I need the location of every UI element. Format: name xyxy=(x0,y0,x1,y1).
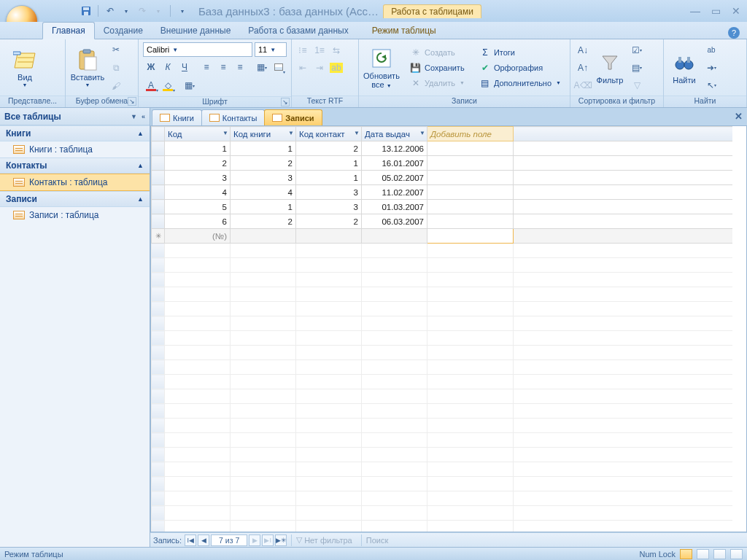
cell[interactable]: 06.03.2007 xyxy=(362,214,427,229)
cell[interactable] xyxy=(427,141,514,156)
dialog-launcher-icon[interactable]: ↘ xyxy=(128,97,136,106)
prev-record-button[interactable]: ◀ xyxy=(198,534,209,546)
help-icon[interactable]: ? xyxy=(728,27,740,39)
totals-button[interactable]: ΣИтоги xyxy=(475,45,565,60)
next-record-button[interactable]: ▶ xyxy=(249,534,260,546)
record-search[interactable]: Поиск xyxy=(361,534,449,546)
save-record-button[interactable]: 💾Сохранить xyxy=(406,61,469,75)
cell[interactable] xyxy=(362,229,427,244)
record-position[interactable]: 7 из 7 xyxy=(211,534,247,546)
tab-database-tools[interactable]: Работа с базами данных xyxy=(239,23,357,39)
cell[interactable]: 13.12.2006 xyxy=(362,141,427,156)
cell[interactable]: 16.01.2007 xyxy=(362,156,427,171)
font-name-combo[interactable]: Calibri▼ xyxy=(143,42,252,57)
chevron-down-icon[interactable]: ▼ xyxy=(354,130,360,136)
nav-item[interactable]: Записи : таблица xyxy=(0,207,150,223)
first-record-button[interactable]: I◀ xyxy=(185,534,196,546)
paste-button[interactable]: Вставить ▼ xyxy=(70,42,105,93)
cell[interactable]: 4 xyxy=(231,185,296,200)
fill-color-button[interactable]: ◇▾ xyxy=(160,77,176,93)
cell[interactable]: 11.02.2007 xyxy=(362,185,427,200)
datasheet-view-icon[interactable] xyxy=(680,549,692,559)
save-icon[interactable] xyxy=(80,5,92,17)
align-left-button[interactable]: ≡ xyxy=(198,59,214,75)
chevron-down-icon[interactable]: ▼ xyxy=(419,130,425,136)
nav-item[interactable]: Контакты : таблица xyxy=(0,174,150,191)
nav-category[interactable]: Книги▲ xyxy=(0,125,150,141)
row-selector[interactable] xyxy=(152,200,165,214)
cell[interactable] xyxy=(514,141,732,156)
column-header[interactable]: Код▼ xyxy=(165,127,231,141)
cell[interactable]: 2 xyxy=(296,214,362,229)
document-tab[interactable]: Книги xyxy=(152,109,202,125)
minimize-icon[interactable]: ― xyxy=(689,5,702,17)
select-all-corner[interactable] xyxy=(152,127,165,141)
cell[interactable]: 3 xyxy=(165,171,231,185)
cell[interactable] xyxy=(514,171,732,185)
sort-asc-icon[interactable]: A↓ xyxy=(575,42,591,58)
redo-dropdown-icon[interactable]: ▼ xyxy=(152,5,164,17)
active-cell[interactable] xyxy=(427,229,514,244)
cell[interactable]: 3 xyxy=(296,200,362,214)
align-center-button[interactable]: ≡ xyxy=(215,59,231,75)
chevron-down-icon[interactable]: ▼ xyxy=(131,113,137,120)
cell[interactable] xyxy=(427,156,514,171)
view-button[interactable]: Вид ▼ xyxy=(4,42,45,93)
cell[interactable]: 1 xyxy=(165,141,231,156)
column-header[interactable]: Дата выдач▼ xyxy=(362,127,427,141)
column-header[interactable]: Код контакт▼ xyxy=(296,127,362,141)
bold-button[interactable]: Ж xyxy=(143,59,159,75)
maximize-icon[interactable]: ▭ xyxy=(709,5,722,17)
align-right-button[interactable]: ≡ xyxy=(232,59,248,75)
cell[interactable]: 05.02.2007 xyxy=(362,171,427,185)
row-selector[interactable] xyxy=(152,141,165,156)
no-filter-indicator[interactable]: ▽Нет фильтра xyxy=(291,534,357,546)
sort-desc-icon[interactable]: A↑ xyxy=(575,60,591,76)
cell[interactable] xyxy=(514,156,732,171)
design-view-icon[interactable] xyxy=(730,549,743,559)
cell[interactable]: 2 xyxy=(165,156,231,171)
tab-create[interactable]: Создание xyxy=(95,23,152,39)
cell[interactable] xyxy=(296,229,362,244)
cell[interactable]: 6 xyxy=(165,214,231,229)
alt-row-color-button[interactable]: ▾ xyxy=(271,59,287,75)
cell[interactable] xyxy=(427,171,514,185)
cell[interactable]: (№) xyxy=(165,229,231,244)
cell[interactable]: 1 xyxy=(231,200,296,214)
tab-datasheet[interactable]: Режим таблицы xyxy=(363,23,445,39)
underline-button[interactable]: Ч xyxy=(177,59,193,75)
cell[interactable]: 1 xyxy=(296,171,362,185)
undo-dropdown-icon[interactable]: ▼ xyxy=(120,5,132,17)
close-icon[interactable]: ✕ xyxy=(729,5,743,17)
cell[interactable] xyxy=(514,200,732,214)
cell[interactable]: 3 xyxy=(231,171,296,185)
cell[interactable]: 2 xyxy=(296,141,362,156)
collapse-pane-icon[interactable]: « xyxy=(142,113,145,120)
cell[interactable]: 4 xyxy=(165,185,231,200)
data-grid[interactable]: Код▼Код книги▼Код контакт▼Дата выдач▼Доб… xyxy=(151,126,732,532)
advanced-filter-icon[interactable]: ▤▾ xyxy=(629,60,645,76)
pivot-table-view-icon[interactable] xyxy=(697,549,709,559)
document-tab[interactable]: Контакты xyxy=(201,109,266,125)
pivot-chart-view-icon[interactable] xyxy=(713,549,726,559)
font-color-button[interactable]: A▾ xyxy=(143,77,159,93)
tab-external-data[interactable]: Внешние данные xyxy=(152,23,240,39)
cell[interactable] xyxy=(427,200,514,214)
redo-icon[interactable]: ↷ xyxy=(136,5,148,17)
filter-button[interactable]: Фильтр xyxy=(594,42,626,93)
dialog-launcher-icon[interactable]: ↘ xyxy=(281,98,290,106)
gridlines-dropdown[interactable]: ▦▾ xyxy=(182,77,198,93)
cell[interactable]: 01.03.2007 xyxy=(362,200,427,214)
refresh-all-button[interactable]: Обновить все ▼ xyxy=(363,42,400,93)
cell[interactable]: 1 xyxy=(296,156,362,171)
last-record-button[interactable]: ▶I xyxy=(262,534,274,546)
nav-category[interactable]: Контакты▲ xyxy=(0,158,150,174)
spelling-button[interactable]: ✔Орфография xyxy=(475,61,565,75)
row-selector[interactable] xyxy=(152,214,165,229)
chevron-down-icon[interactable]: ▼ xyxy=(288,130,294,136)
cell[interactable]: 2 xyxy=(231,214,296,229)
row-selector[interactable] xyxy=(152,156,165,171)
chevron-down-icon[interactable]: ▼ xyxy=(222,130,228,136)
find-button[interactable]: Найти xyxy=(668,42,700,93)
select-icon[interactable]: ↖▾ xyxy=(703,77,719,93)
